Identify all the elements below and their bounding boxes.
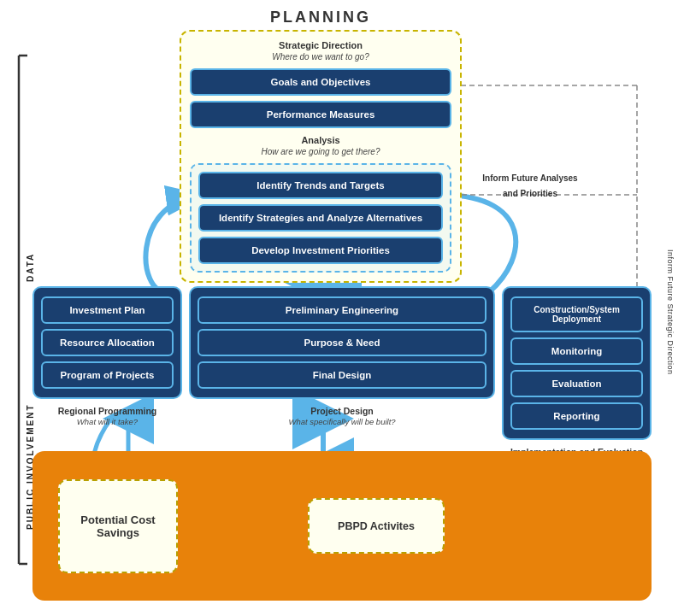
data-text: DATA xyxy=(26,253,35,282)
analysis-dashed-box: Identify Trends and Targets Identify Str… xyxy=(190,163,451,273)
program-projects-box: Program of Projects xyxy=(41,361,174,389)
preliminary-engineering-box: Preliminary Engineering xyxy=(198,296,486,324)
evaluation-box: Evaluation xyxy=(510,370,643,397)
reporting-box: Reporting xyxy=(510,402,643,430)
middle-row: Investment Plan Resource Allocation Prog… xyxy=(32,286,652,471)
diagram-container: DATA PUBLIC INVOLVEMENT PLANNING Strateg… xyxy=(0,0,684,616)
regional-programming-italic: What will it take? xyxy=(32,417,182,426)
construction-box: Construction/System Deployment xyxy=(510,296,643,332)
project-design-italic: What specifically will be built? xyxy=(189,417,495,426)
strategic-direction-italic: Where do we want to go? xyxy=(190,52,451,62)
project-design-section: Preliminary Engineering Purpose & Need F… xyxy=(189,286,495,471)
identify-trends-box: Identify Trends and Targets xyxy=(198,172,443,199)
resource-allocation-box: Resource Allocation xyxy=(41,329,174,356)
cost-savings-text: Potential Cost Savings xyxy=(68,513,168,539)
regional-programming-box: Investment Plan Resource Allocation Prog… xyxy=(32,286,182,399)
develop-investment-box: Develop Investment Priorities xyxy=(198,237,443,264)
planning-dashed-box: Strategic Direction Where do we want to … xyxy=(180,30,462,283)
inform-future-analyses: Inform Future Analyses and Priorities xyxy=(475,169,586,200)
planning-section: PLANNING Strategic Direction Where do we… xyxy=(180,9,462,283)
identify-strategies-box: Identify Strategies and Analyze Alternat… xyxy=(198,204,443,232)
investment-plan-box: Investment Plan xyxy=(41,296,174,324)
data-label: DATA xyxy=(26,111,35,282)
impl-eval-box: Construction/System Deployment Monitorin… xyxy=(502,286,652,440)
project-design-box: Preliminary Engineering Purpose & Need F… xyxy=(189,286,495,399)
planning-title: PLANNING xyxy=(180,9,462,26)
pbpd-box: PBPD Activites xyxy=(308,498,445,554)
monitoring-box: Monitoring xyxy=(510,337,643,365)
inform-future-analyses-text: Inform Future Analyses and Priorities xyxy=(482,173,577,198)
project-design-label: Project Design xyxy=(189,406,495,416)
goals-objectives-box: Goals and Objectives xyxy=(190,68,451,96)
inform-future-strategic: Inform Future Strategic Direction xyxy=(661,188,680,436)
implementation-section: Construction/System Deployment Monitorin… xyxy=(502,286,652,471)
analysis-italic: How are we going to get there? xyxy=(190,147,451,156)
analysis-label: Analysis xyxy=(190,135,451,145)
pbpd-text: PBPD Activites xyxy=(338,520,415,532)
inform-future-strategic-text: Inform Future Strategic Direction xyxy=(666,249,675,375)
cost-savings-box: Potential Cost Savings xyxy=(58,479,178,573)
final-design-box: Final Design xyxy=(198,361,486,389)
regional-programming-label: Regional Programming xyxy=(32,406,182,416)
purpose-need-box: Purpose & Need xyxy=(198,329,486,356)
strategic-direction-label: Strategic Direction xyxy=(190,40,451,50)
performance-measures-box: Performance Measures xyxy=(190,101,451,128)
regional-programming-section: Investment Plan Resource Allocation Prog… xyxy=(32,286,182,471)
bottom-orange-section: Potential Cost Savings PBPD Activites xyxy=(32,451,652,601)
